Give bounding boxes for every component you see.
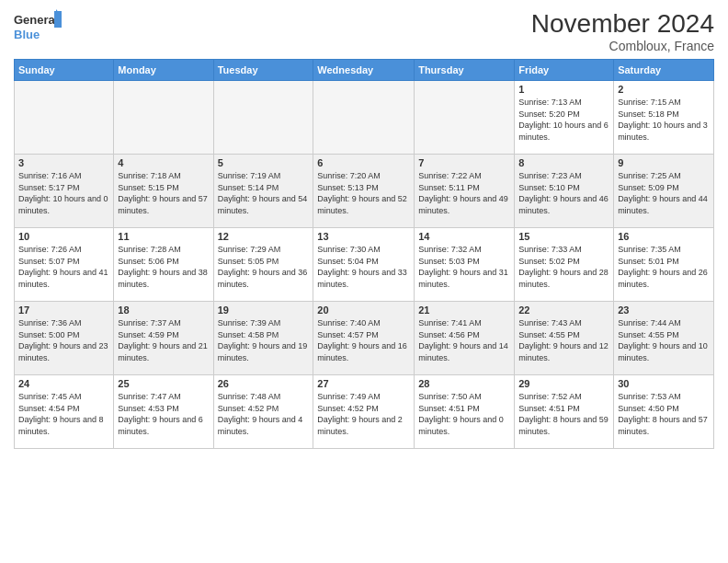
- calendar-day-cell: [114, 81, 213, 155]
- day-number: 14: [418, 231, 510, 242]
- day-info: Sunrise: 7:30 AM Sunset: 5:04 PM Dayligh…: [317, 244, 410, 290]
- day-info: Sunrise: 7:39 AM Sunset: 4:58 PM Dayligh…: [218, 317, 310, 363]
- calendar-week-row: 17 Sunrise: 7:36 AM Sunset: 5:00 PM Dayl…: [15, 302, 714, 375]
- day-number: 7: [418, 157, 510, 168]
- calendar-day-cell: 5 Sunrise: 7:19 AM Sunset: 5:14 PM Dayli…: [213, 155, 313, 228]
- calendar-day-cell: 9 Sunrise: 7:25 AM Sunset: 5:09 PM Dayli…: [614, 155, 714, 228]
- day-info: Sunrise: 7:19 AM Sunset: 5:14 PM Dayligh…: [218, 170, 310, 216]
- day-number: 4: [118, 157, 209, 168]
- day-info: Sunrise: 7:26 AM Sunset: 5:07 PM Dayligh…: [18, 244, 109, 290]
- day-info: Sunrise: 7:44 AM Sunset: 4:55 PM Dayligh…: [618, 317, 710, 363]
- calendar-day-cell: 7 Sunrise: 7:22 AM Sunset: 5:11 PM Dayli…: [415, 155, 515, 228]
- day-info: Sunrise: 7:22 AM Sunset: 5:11 PM Dayligh…: [418, 170, 510, 216]
- day-number: 6: [317, 157, 410, 168]
- header-tuesday: Tuesday: [213, 60, 313, 81]
- header-friday: Friday: [515, 60, 614, 81]
- calendar-day-cell: 4 Sunrise: 7:18 AM Sunset: 5:15 PM Dayli…: [114, 155, 213, 228]
- calendar-day-cell: 30 Sunrise: 7:53 AM Sunset: 4:50 PM Dayl…: [614, 375, 714, 449]
- day-number: 23: [618, 304, 710, 316]
- day-info: Sunrise: 7:25 AM Sunset: 5:09 PM Dayligh…: [618, 170, 710, 216]
- calendar-day-cell: 15 Sunrise: 7:33 AM Sunset: 5:02 PM Dayl…: [515, 228, 614, 302]
- day-info: Sunrise: 7:18 AM Sunset: 5:15 PM Dayligh…: [118, 170, 209, 216]
- calendar-day-cell: 11 Sunrise: 7:28 AM Sunset: 5:06 PM Dayl…: [114, 228, 213, 302]
- calendar-day-cell: [313, 81, 415, 155]
- day-info: Sunrise: 7:33 AM Sunset: 5:02 PM Dayligh…: [518, 244, 609, 290]
- calendar-day-cell: 24 Sunrise: 7:45 AM Sunset: 4:54 PM Dayl…: [15, 375, 114, 449]
- day-number: 2: [618, 84, 710, 95]
- day-number: 29: [518, 378, 609, 389]
- calendar-day-cell: 12 Sunrise: 7:29 AM Sunset: 5:05 PM Dayl…: [213, 228, 313, 302]
- header-thursday: Thursday: [415, 60, 515, 81]
- day-info: Sunrise: 7:40 AM Sunset: 4:57 PM Dayligh…: [317, 317, 410, 363]
- day-info: Sunrise: 7:35 AM Sunset: 5:01 PM Dayligh…: [618, 244, 710, 290]
- calendar-day-cell: 2 Sunrise: 7:15 AM Sunset: 5:18 PM Dayli…: [614, 81, 714, 155]
- day-info: Sunrise: 7:28 AM Sunset: 5:06 PM Dayligh…: [118, 244, 209, 290]
- header-monday: Monday: [114, 60, 213, 81]
- calendar-day-cell: 16 Sunrise: 7:35 AM Sunset: 5:01 PM Dayl…: [614, 228, 714, 302]
- day-info: Sunrise: 7:13 AM Sunset: 5:20 PM Dayligh…: [518, 97, 609, 143]
- day-number: 25: [118, 378, 209, 389]
- calendar-day-cell: 3 Sunrise: 7:16 AM Sunset: 5:17 PM Dayli…: [15, 155, 114, 228]
- location: Combloux, France: [531, 39, 714, 53]
- calendar-day-cell: 18 Sunrise: 7:37 AM Sunset: 4:59 PM Dayl…: [114, 302, 213, 375]
- calendar-day-cell: 10 Sunrise: 7:26 AM Sunset: 5:07 PM Dayl…: [15, 228, 114, 302]
- calendar-day-cell: [15, 81, 114, 155]
- calendar-day-cell: 1 Sunrise: 7:13 AM Sunset: 5:20 PM Dayli…: [515, 81, 614, 155]
- calendar-header-row: Sunday Monday Tuesday Wednesday Thursday…: [15, 60, 714, 81]
- calendar-day-cell: 20 Sunrise: 7:40 AM Sunset: 4:57 PM Dayl…: [313, 302, 415, 375]
- calendar-week-row: 24 Sunrise: 7:45 AM Sunset: 4:54 PM Dayl…: [15, 375, 714, 449]
- day-number: 11: [118, 231, 209, 242]
- day-info: Sunrise: 7:15 AM Sunset: 5:18 PM Dayligh…: [618, 97, 710, 143]
- day-number: 26: [218, 378, 310, 389]
- calendar-day-cell: [415, 81, 515, 155]
- day-info: Sunrise: 7:53 AM Sunset: 4:50 PM Dayligh…: [618, 391, 710, 437]
- month-title: November 2024: [531, 9, 714, 39]
- day-number: 15: [518, 231, 609, 242]
- calendar-day-cell: 13 Sunrise: 7:30 AM Sunset: 5:04 PM Dayl…: [313, 228, 415, 302]
- calendar-day-cell: 29 Sunrise: 7:52 AM Sunset: 4:51 PM Dayl…: [515, 375, 614, 449]
- calendar-day-cell: 26 Sunrise: 7:48 AM Sunset: 4:52 PM Dayl…: [213, 375, 313, 449]
- day-number: 1: [518, 84, 609, 95]
- calendar-day-cell: [213, 81, 313, 155]
- calendar-week-row: 10 Sunrise: 7:26 AM Sunset: 5:07 PM Dayl…: [15, 228, 714, 302]
- page: General Blue November 2024 Combloux, Fra…: [0, 0, 728, 563]
- title-section: November 2024 Combloux, France: [531, 9, 714, 53]
- calendar-week-row: 1 Sunrise: 7:13 AM Sunset: 5:20 PM Dayli…: [15, 81, 714, 155]
- calendar-day-cell: 19 Sunrise: 7:39 AM Sunset: 4:58 PM Dayl…: [213, 302, 313, 375]
- day-info: Sunrise: 7:32 AM Sunset: 5:03 PM Dayligh…: [418, 244, 510, 290]
- day-number: 9: [618, 157, 710, 168]
- calendar-day-cell: 27 Sunrise: 7:49 AM Sunset: 4:52 PM Dayl…: [313, 375, 415, 449]
- day-number: 12: [218, 231, 310, 242]
- day-info: Sunrise: 7:45 AM Sunset: 4:54 PM Dayligh…: [18, 391, 109, 437]
- calendar-table: Sunday Monday Tuesday Wednesday Thursday…: [14, 59, 714, 449]
- day-number: 5: [218, 157, 310, 168]
- day-info: Sunrise: 7:29 AM Sunset: 5:05 PM Dayligh…: [218, 244, 310, 290]
- calendar-day-cell: 6 Sunrise: 7:20 AM Sunset: 5:13 PM Dayli…: [313, 155, 415, 228]
- day-number: 21: [418, 304, 510, 316]
- day-info: Sunrise: 7:48 AM Sunset: 4:52 PM Dayligh…: [218, 391, 310, 437]
- day-number: 3: [18, 157, 109, 168]
- day-info: Sunrise: 7:49 AM Sunset: 4:52 PM Dayligh…: [317, 391, 410, 437]
- day-number: 18: [118, 304, 209, 316]
- day-number: 10: [18, 231, 109, 242]
- day-info: Sunrise: 7:16 AM Sunset: 5:17 PM Dayligh…: [18, 170, 109, 216]
- day-number: 16: [618, 231, 710, 242]
- calendar-day-cell: 17 Sunrise: 7:36 AM Sunset: 5:00 PM Dayl…: [15, 302, 114, 375]
- day-info: Sunrise: 7:36 AM Sunset: 5:00 PM Dayligh…: [18, 317, 109, 363]
- day-number: 28: [418, 378, 510, 389]
- calendar-day-cell: 8 Sunrise: 7:23 AM Sunset: 5:10 PM Dayli…: [515, 155, 614, 228]
- day-number: 22: [518, 304, 609, 316]
- day-number: 30: [618, 378, 710, 389]
- day-number: 20: [317, 304, 410, 316]
- header: General Blue November 2024 Combloux, Fra…: [14, 9, 714, 53]
- day-info: Sunrise: 7:47 AM Sunset: 4:53 PM Dayligh…: [118, 391, 209, 437]
- header-sunday: Sunday: [15, 60, 114, 81]
- day-number: 17: [18, 304, 109, 316]
- svg-text:General: General: [14, 13, 58, 27]
- calendar-day-cell: 22 Sunrise: 7:43 AM Sunset: 4:55 PM Dayl…: [515, 302, 614, 375]
- calendar-day-cell: 28 Sunrise: 7:50 AM Sunset: 4:51 PM Dayl…: [415, 375, 515, 449]
- day-info: Sunrise: 7:23 AM Sunset: 5:10 PM Dayligh…: [518, 170, 609, 216]
- day-number: 19: [218, 304, 310, 316]
- calendar-day-cell: 23 Sunrise: 7:44 AM Sunset: 4:55 PM Dayl…: [614, 302, 714, 375]
- header-wednesday: Wednesday: [313, 60, 415, 81]
